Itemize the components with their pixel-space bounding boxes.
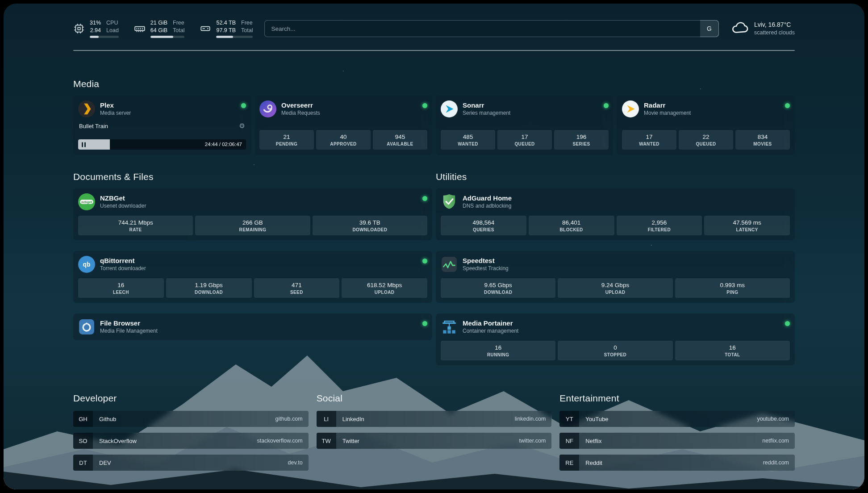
- stat-tile: 40 APPROVED: [316, 130, 371, 150]
- pause-icon[interactable]: [82, 142, 86, 147]
- bookmark-linkedin[interactable]: LI LinkedIn linkedin.com: [317, 411, 552, 427]
- bookmark-name: Netflix: [585, 438, 601, 444]
- bookmark-name: YouTube: [585, 416, 608, 422]
- bookmark-group-entertainment: Entertainment YT YouTube youtube.com NF …: [559, 393, 795, 471]
- bookmark-name: StackOverflow: [99, 438, 137, 444]
- portainer-icon: [441, 318, 458, 335]
- overseerr-icon: [259, 100, 276, 117]
- search-bar: G: [264, 20, 719, 37]
- filebrowser-icon: [78, 318, 95, 335]
- status-dot: [422, 259, 427, 263]
- now-playing-title: Bullet Train: [79, 123, 108, 130]
- bookmark-twitter[interactable]: TW Twitter twitter.com: [317, 433, 552, 449]
- bookmark-name: DEV: [99, 460, 111, 466]
- stat-tile: 498,564 QUERIES: [441, 216, 526, 235]
- speedtest-icon: [441, 256, 458, 273]
- stat-tile: 86,401 BLOCKED: [529, 216, 614, 235]
- card-speedtest[interactable]: Speedtest Speedtest Tracking 9.65 Gbps D…: [436, 251, 795, 303]
- stat-tile: 17 WANTED: [622, 130, 676, 150]
- stat-tile: 945 AVAILABLE: [373, 130, 427, 150]
- status-dot: [422, 196, 427, 201]
- snow-specks: [4, 4, 4, 4]
- stat-tile: 834 MOVIES: [735, 130, 790, 150]
- cpu-labels: CPULoad: [106, 19, 119, 34]
- media-cards: Plex Media server Bullet Train ⚙ 24:44 /…: [73, 96, 795, 155]
- search-provider-button[interactable]: G: [700, 20, 719, 37]
- card-overseerr[interactable]: Overseerr Media Requests 21 PENDING 40 A…: [255, 96, 432, 155]
- service-name: NZBGet: [100, 194, 146, 203]
- bookmark-github[interactable]: GH Github github.com: [73, 411, 309, 427]
- card-radarr[interactable]: Radarr Movie management 17 WANTED 22 QUE…: [617, 96, 795, 155]
- card-qbittorrent[interactable]: qb qBittorrent Torrent downloader 16: [73, 251, 432, 303]
- bookmark-url: youtube.com: [757, 416, 789, 422]
- memory-values: 21 GiB64 GiB: [150, 19, 167, 34]
- status-dot: [785, 103, 790, 108]
- card-adguard[interactable]: AdGuard Home DNS and adblocking 498,564 …: [436, 188, 795, 240]
- stat-tile: 9.24 Gbps UPLOAD: [558, 278, 672, 298]
- stat-tile: 16 TOTAL: [675, 341, 790, 360]
- nzbget-icon: nzbget: [78, 193, 95, 210]
- service-name: Media Portainer: [463, 319, 518, 328]
- card-filebrowser[interactable]: File Browser Media File Management: [73, 313, 432, 340]
- stat-tile: 485 WANTED: [441, 130, 495, 150]
- stat-tile: 744.21 Mbps RATE: [78, 216, 193, 235]
- service-name: Overseerr: [281, 101, 320, 110]
- card-sonarr[interactable]: Sonarr Series management 485 WANTED 17 Q…: [436, 96, 613, 155]
- cpu-icon: [73, 23, 85, 34]
- weather-location: Lviv, 16.87°C: [754, 21, 795, 29]
- section-title-documents: Documents & Files: [73, 171, 432, 182]
- bookmark-netflix[interactable]: NF Netflix netflix.com: [559, 433, 795, 449]
- bookmark-url: github.com: [275, 416, 303, 422]
- bookmark-name: Github: [99, 416, 116, 422]
- playback-time: 24:44 / 02:06:47: [205, 139, 242, 150]
- section-utilities: Utilities: [436, 171, 795, 365]
- section-documents: Documents & Files nzbget NZBGet Use: [73, 171, 432, 365]
- bookmark-abbr: GH: [73, 411, 93, 427]
- stat-tile: 9.65 Gbps DOWNLOAD: [441, 278, 555, 298]
- adguard-icon: [441, 193, 458, 210]
- service-name: Speedtest: [463, 256, 509, 265]
- bookmark-url: dev.to: [288, 460, 303, 466]
- stat-tile: 16 LEECH: [78, 278, 164, 298]
- radarr-icon: [622, 100, 639, 117]
- card-nzbget[interactable]: nzbget NZBGet Usenet downloader 744.21 M…: [73, 188, 432, 240]
- resource-widgets: 31%2.94 CPULoad: [73, 19, 253, 38]
- search-input[interactable]: [264, 20, 719, 37]
- bookmark-name: Reddit: [585, 460, 602, 466]
- stat-tile: 0.993 ms PING: [675, 278, 790, 298]
- status-dot: [422, 103, 427, 108]
- bookmark-name: Twitter: [342, 438, 359, 444]
- bookmark-abbr: LI: [317, 411, 336, 427]
- svg-text:nzbget: nzbget: [81, 200, 92, 204]
- bookmark-youtube[interactable]: YT YouTube youtube.com: [559, 411, 795, 427]
- stat-tile: 0 STOPPED: [558, 341, 672, 360]
- section-title-utilities: Utilities: [436, 171, 795, 182]
- service-description: Container management: [463, 328, 518, 335]
- stat-tile: 17 QUEUED: [497, 130, 552, 150]
- section-title-media: Media: [73, 79, 795, 89]
- settings-gear-icon[interactable]: ⚙: [239, 122, 245, 130]
- section-title-entertainment: Entertainment: [559, 393, 795, 404]
- bookmark-dev[interactable]: DT DEV dev.to: [73, 455, 309, 471]
- bookmark-stackoverflow[interactable]: SO StackOverflow stackoverflow.com: [73, 433, 309, 449]
- service-description: Movie management: [644, 110, 691, 117]
- service-description: Media File Management: [100, 328, 158, 335]
- stat-tile: 47.569 ms LATENCY: [704, 216, 790, 235]
- status-dot: [241, 103, 246, 108]
- service-name: Plex: [100, 101, 131, 110]
- card-portainer[interactable]: Media Portainer Container management 16 …: [436, 313, 795, 365]
- bookmark-reddit[interactable]: RE Reddit reddit.com: [559, 455, 795, 471]
- bookmark-group-developer: Developer GH Github github.com SO StackO…: [73, 393, 309, 471]
- card-plex[interactable]: Plex Media server Bullet Train ⚙ 24:44 /…: [73, 96, 251, 155]
- stat-tile: 16 RUNNING: [441, 341, 555, 360]
- playback-progress-bar[interactable]: 24:44 / 02:06:47: [78, 139, 246, 150]
- section-title-developer: Developer: [73, 393, 309, 404]
- disk-values: 52.4 TB97.9 TB: [216, 19, 236, 34]
- stat-tile: 1.19 Gbps DOWNLOAD: [166, 278, 252, 298]
- cpu-widget: 31%2.94 CPULoad: [73, 19, 119, 38]
- section-title-social: Social: [317, 393, 552, 404]
- bookmark-abbr: RE: [559, 455, 579, 471]
- service-description: Torrent downloader: [100, 265, 146, 272]
- status-dot: [785, 321, 790, 326]
- service-description: Media server: [100, 110, 131, 117]
